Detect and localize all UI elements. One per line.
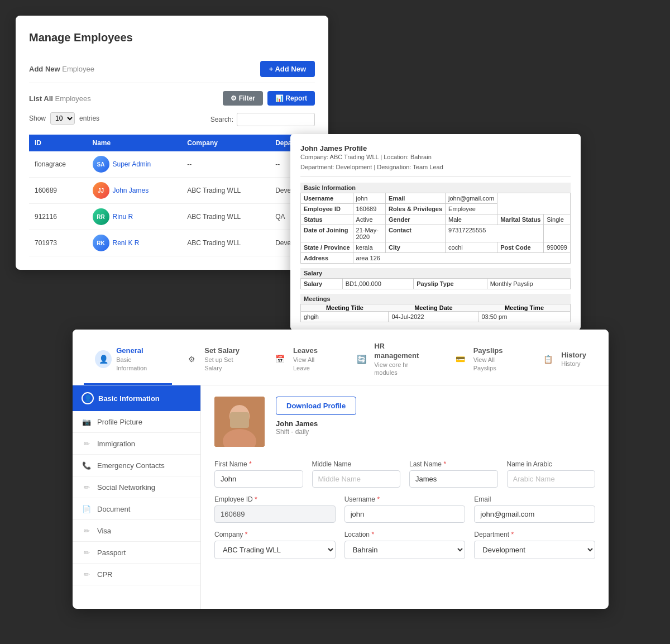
salary-section-title: Salary: [300, 268, 571, 278]
download-profile-button[interactable]: Download Profile: [276, 397, 356, 415]
meeting-row: ghgih 04-Jul-2022 03:50 pm: [301, 312, 571, 322]
department-label: Department *: [474, 531, 595, 538]
label-username: Username: [301, 193, 353, 204]
nav-tab-leaves[interactable]: 📅 Leaves View All Leave: [261, 337, 342, 385]
cell-id: 912116: [29, 204, 87, 230]
sidebar-item-passport[interactable]: ✏ Passport: [73, 542, 200, 564]
nav-text-set-salary: Set Salary Set up Set Salary: [204, 346, 250, 371]
location-select[interactable]: Bahrain: [344, 541, 466, 559]
company-label: Company *: [214, 531, 336, 538]
value-address: area 126: [353, 253, 570, 264]
nav-title-payslips: Payslips: [473, 346, 517, 356]
sidebar-item-label: Social Networking: [97, 483, 155, 492]
company-select[interactable]: ABC Trading WLL: [214, 541, 336, 559]
last-name-label: Last Name *: [409, 460, 498, 468]
label-city: City: [386, 242, 446, 253]
nav-tab-set-salary[interactable]: ⚙ Set Salary Set up Set Salary: [172, 337, 261, 385]
nav-text-general: General Basic Information: [116, 346, 161, 371]
filter-button[interactable]: ⚙ Filter: [223, 91, 263, 106]
nav-tab-history[interactable]: 📋 History History: [528, 337, 597, 385]
company-group: Company * ABC Trading WLL: [214, 531, 336, 559]
sidebar-item-label: CPR: [97, 570, 112, 579]
email-input[interactable]: [474, 505, 595, 523]
list-all-label: List All Employees: [29, 94, 91, 103]
report-button[interactable]: 📊 Report: [267, 91, 315, 106]
sidebar-item-visa[interactable]: ✏ Visa: [73, 520, 200, 542]
sidebar-icon: ✏: [82, 438, 92, 449]
nav-text-hr-management: HR management View core hr modules: [374, 342, 429, 376]
nav-tab-hr-management[interactable]: 🔄 HR management View core hr modules: [342, 337, 441, 385]
location-label: Location *: [344, 531, 466, 538]
avatar: RK: [93, 235, 109, 251]
meetings-section-title: Meetings: [300, 294, 571, 304]
basic-info-section-title: Basic Information: [300, 183, 571, 193]
cell-company: ABC Trading WLL: [181, 230, 270, 256]
nav-tab-payslips[interactable]: 💳 Payslips View All Payslips: [441, 337, 528, 385]
nav-tab-general[interactable]: 👤 General Basic Information: [84, 337, 172, 385]
username-group: Username *: [344, 495, 466, 523]
basic-info-table: Username john Email john@gmail.com Emplo…: [300, 193, 571, 264]
avatar: RR: [93, 208, 109, 225]
detail-nav: 👤 General Basic Information ⚙ Set Salary…: [73, 330, 609, 385]
employee-link[interactable]: John James: [113, 187, 149, 194]
nav-sub-general: Basic Information: [116, 356, 161, 372]
middle-name-label: Middle Name: [312, 460, 401, 468]
label-address: Address: [301, 253, 353, 264]
last-name-input[interactable]: [409, 470, 498, 488]
employee-link[interactable]: Reni K R: [113, 239, 140, 247]
middle-name-input[interactable]: [312, 470, 401, 488]
sidebar-item-social-networking[interactable]: ✏ Social Networking: [73, 476, 200, 498]
sidebar-item-document[interactable]: 📄 Document: [73, 498, 200, 520]
label-gender: Gender: [386, 214, 446, 225]
nav-text-payslips: Payslips View All Payslips: [473, 346, 517, 371]
nav-sub-leaves: View All Leave: [293, 356, 331, 372]
nav-title-general: General: [116, 346, 161, 356]
sidebar-item-label: Visa: [97, 527, 111, 535]
employee-id-input[interactable]: [214, 505, 336, 523]
sidebar-icon: 📞: [82, 460, 92, 470]
cell-id: fionagrace: [29, 151, 87, 178]
last-name-group: Last Name *: [409, 460, 498, 488]
arabic-name-input[interactable]: [507, 470, 596, 488]
sidebar-item-profile-picture[interactable]: 📷 Profile Picture: [73, 411, 200, 433]
employee-link[interactable]: Rinu R: [113, 213, 133, 221]
add-new-bar: Add New Employee + Add New: [29, 55, 315, 83]
id-username-row: Employee ID * Username * Email: [214, 495, 595, 523]
sidebar-item-immigration[interactable]: ✏ Immigration: [73, 433, 200, 455]
sidebar-icon: ✏: [82, 547, 92, 557]
nav-title-hr-management: HR management: [374, 342, 429, 361]
add-new-button[interactable]: + Add New: [260, 61, 315, 77]
meetings-table: Meeting Title Meeting Date Meeting Time …: [300, 304, 571, 322]
employee-name: John James: [276, 419, 595, 428]
nav-sub-hr-management: View core hr modules: [374, 361, 429, 377]
value-doj: 21-May-2020: [353, 225, 386, 242]
first-name-group: First Name *: [214, 460, 303, 488]
meeting-title-cell: ghgih: [301, 312, 389, 322]
cell-name: SA Super Admin: [87, 151, 182, 178]
detail-main: Download Profile John James Shift - dail…: [201, 385, 609, 609]
department-select[interactable]: Development: [474, 541, 595, 559]
nav-icon-set-salary: ⚙: [183, 350, 200, 368]
cell-name: RR Rinu R: [87, 204, 182, 230]
nav-icon-hr-management: 🔄: [353, 350, 370, 368]
value-status: Active: [353, 214, 386, 225]
label-roles: Roles & Privileges: [386, 204, 446, 214]
arabic-name-group: Name in Arabic: [507, 460, 596, 488]
label-payslip-type: Payslip Type: [414, 279, 487, 289]
employee-link[interactable]: Super Admin: [113, 160, 151, 168]
table-row: fionagrace SA Super Admin -- --: [29, 151, 315, 178]
cell-company: --: [181, 151, 270, 178]
value-empid: 160689: [353, 204, 386, 214]
first-name-input[interactable]: [214, 470, 303, 488]
entries-select[interactable]: 102550: [50, 112, 75, 125]
label-empid: Employee ID: [301, 204, 353, 214]
sidebar-item-emergency-contacts[interactable]: 📞 Emergency Contacts: [73, 455, 200, 476]
search-input[interactable]: [237, 113, 315, 126]
nav-icon-leaves: 📅: [272, 350, 289, 368]
value-username: john: [353, 193, 386, 204]
meeting-time-cell: 03:50 pm: [478, 312, 571, 322]
sidebar-header-label: Basic Information: [98, 394, 160, 403]
sidebar-item-cpr[interactable]: ✏ CPR: [73, 564, 200, 585]
username-input[interactable]: [344, 505, 466, 523]
profile-header: John James Profile Company: ABC Trading …: [300, 144, 571, 177]
